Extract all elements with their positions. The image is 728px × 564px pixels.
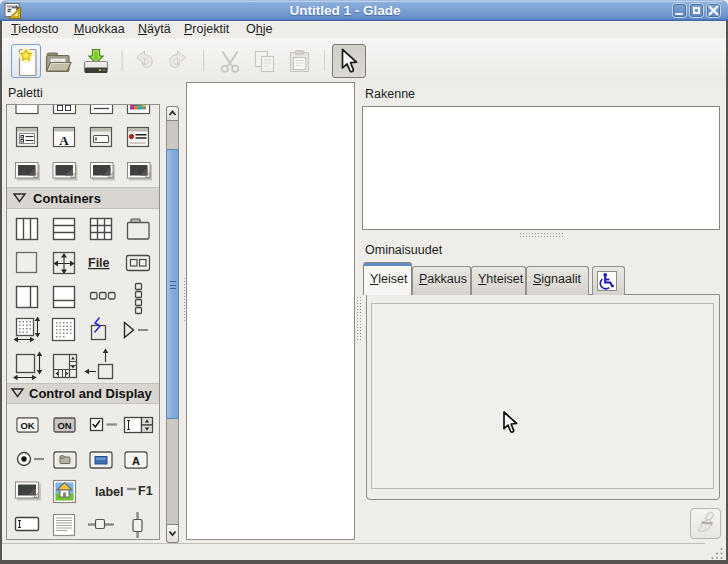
- svg-text:OK: OK: [20, 420, 34, 431]
- svg-text:F1: F1: [138, 484, 153, 498]
- svg-text:A: A: [132, 455, 140, 467]
- svg-text:label: label: [95, 485, 124, 499]
- svg-text:A: A: [59, 133, 69, 148]
- svg-text:ON: ON: [57, 420, 71, 431]
- svg-text:File: File: [88, 256, 110, 270]
